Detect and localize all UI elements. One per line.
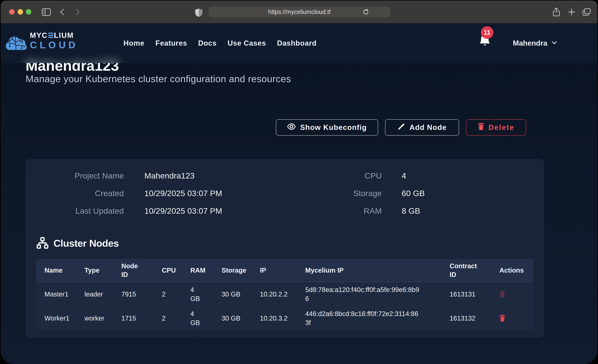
- cell-mycelium-ip: 446:d2a6:8bcd:8c16:ff0f:72e2:3114:863f: [297, 306, 441, 330]
- add-node-button[interactable]: Add Node: [385, 119, 459, 136]
- site-navbar: Mahendra123 MYCLIUM CLOUD: [1, 23, 597, 63]
- browser-chrome: https://myceliumcloud.tf: [1, 1, 597, 23]
- column-header: CPU: [154, 259, 182, 282]
- minimize-window-button[interactable]: [17, 9, 23, 15]
- cell-node-id: 1715: [113, 306, 154, 330]
- browser-window: https://myceliumcloud.tf: [1, 1, 597, 364]
- info-value: 4: [402, 171, 406, 180]
- new-tab-icon[interactable]: [568, 8, 576, 17]
- page-subtitle: Manage your Kubernetes cluster configura…: [25, 73, 291, 85]
- logo-e-bars: [48, 33, 53, 38]
- cell-storage: 30 GB: [213, 306, 252, 330]
- cell-node-id: 7915: [113, 282, 154, 306]
- page: Mahendra123 Manage your Kubernetes clust…: [1, 23, 597, 364]
- column-header: RAM: [182, 259, 213, 282]
- eye-icon: [287, 123, 296, 132]
- column-header: Actions: [491, 259, 533, 282]
- cell-type: worker: [76, 306, 113, 330]
- info-label: Last Updated: [36, 206, 124, 215]
- nav-links: Home Features Docs Use Cases Dashboard: [124, 23, 317, 63]
- column-header: Storage: [213, 259, 252, 282]
- cell-cpu: 2: [154, 306, 182, 330]
- column-header: IP: [252, 259, 297, 282]
- close-window-button[interactable]: [9, 9, 15, 15]
- cell-name: Worker1: [36, 306, 76, 330]
- info-value: 10/29/2025 03:07 PM: [144, 206, 222, 215]
- mycelium-cloud-logo-text[interactable]: MYCLIUM CLOUD: [30, 31, 78, 50]
- trash-icon: [478, 123, 484, 132]
- cell-ram: 4 GB: [182, 306, 213, 330]
- info-label: Created: [36, 189, 124, 198]
- nav-features[interactable]: Features: [155, 39, 187, 47]
- chevron-down-icon: [551, 41, 558, 46]
- user-name: Mahendra: [513, 39, 547, 47]
- delete-node-button[interactable]: [499, 315, 505, 322]
- cluster-details-card: Project Name Mahendra123 Created 10/29/2…: [25, 159, 544, 338]
- back-button[interactable]: [59, 9, 65, 16]
- cell-mycelium-ip: 5d8:78ea:a120:f40c:ff0f:a5fe:99e6:8b96: [297, 282, 441, 306]
- info-value: 60 GB: [402, 189, 425, 198]
- info-label: CPU: [285, 171, 382, 180]
- cell-ip: 10.20.3.2: [252, 306, 297, 330]
- reload-icon[interactable]: [363, 9, 369, 16]
- add-node-label: Add Node: [409, 123, 447, 132]
- cell-contract-id: 1613132: [441, 306, 491, 330]
- pencil-icon: [398, 123, 405, 132]
- cell-actions: [491, 282, 533, 306]
- sidebar-toggle-icon[interactable]: [42, 8, 51, 17]
- nav-use-cases[interactable]: Use Cases: [228, 39, 266, 47]
- zoom-window-button[interactable]: [26, 9, 31, 15]
- column-header: Type: [76, 259, 113, 282]
- cell-ram: 4 GB: [182, 282, 213, 306]
- delete-node-button[interactable]: [499, 291, 505, 298]
- cell-name: Master1: [36, 282, 76, 306]
- privacy-shield-icon[interactable]: [195, 8, 203, 18]
- notification-count-badge: 11: [481, 26, 493, 39]
- nav-docs[interactable]: Docs: [198, 39, 217, 47]
- info-value: 8 GB: [402, 206, 420, 215]
- mycelium-cloud-logo-icon[interactable]: [6, 34, 27, 50]
- user-menu[interactable]: Mahendra: [513, 23, 558, 63]
- info-value: Mahendra123: [144, 171, 195, 180]
- show-kubeconfig-button[interactable]: Show Kubeconfig: [276, 119, 378, 136]
- cell-actions: [491, 306, 533, 330]
- delete-label: Delete: [489, 123, 514, 132]
- cell-ip: 10.20.2.2: [252, 282, 297, 306]
- info-label: Project Name: [36, 171, 124, 180]
- column-header: Mycelium IP: [297, 259, 441, 282]
- network-icon: [36, 237, 49, 250]
- info-label: Storage: [285, 189, 382, 198]
- cluster-info: Project Name Mahendra123 Created 10/29/2…: [25, 159, 544, 220]
- share-icon[interactable]: [553, 7, 560, 17]
- page-title-blur-ghost: Mahendra123: [25, 57, 119, 63]
- info-value: 10/29/2025 03:07 PM: [144, 189, 222, 198]
- nodes-table: Name Type Node ID CPU RAM Storage IP Myc…: [36, 259, 533, 330]
- show-kubeconfig-label: Show Kubeconfig: [300, 123, 367, 132]
- column-header: Node ID: [113, 259, 154, 282]
- cluster-nodes-title: Cluster Nodes: [53, 238, 119, 249]
- tab-overview-icon[interactable]: [582, 8, 591, 17]
- nav-dashboard[interactable]: Dashboard: [277, 39, 317, 47]
- cell-contract-id: 1613131: [441, 282, 491, 306]
- cell-cpu: 2: [154, 282, 182, 306]
- forward-button[interactable]: [74, 9, 81, 16]
- info-label: RAM: [285, 206, 382, 215]
- address-bar[interactable]: https://myceliumcloud.tf: [208, 7, 390, 17]
- cell-storage: 30 GB: [213, 282, 252, 306]
- column-header: Contract ID: [441, 259, 491, 282]
- cell-type: leader: [76, 282, 113, 306]
- cluster-actions: Show Kubeconfig Add Node: [276, 119, 526, 136]
- delete-cluster-button[interactable]: Delete: [466, 119, 526, 136]
- nav-home[interactable]: Home: [124, 39, 144, 47]
- column-header: Name: [36, 259, 76, 282]
